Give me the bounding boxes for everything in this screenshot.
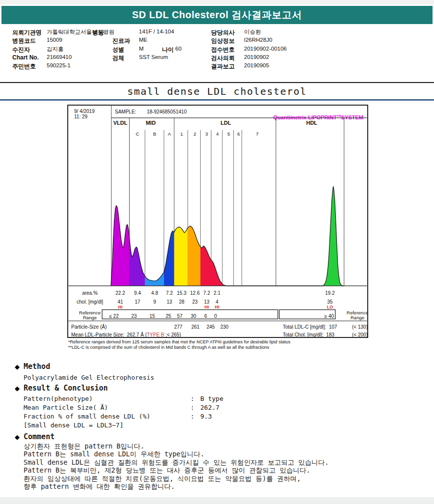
footnote-1: *Reference ranges derived from 125 serum… bbox=[68, 339, 432, 344]
sub-band-label: A bbox=[168, 131, 171, 137]
patient-value: ME bbox=[139, 37, 147, 43]
chol-value: 41 bbox=[117, 299, 123, 305]
patient-label: 임상정보 bbox=[211, 37, 235, 45]
comment-line: Pattern B는 small dense LDL이 우세한 type입니다. bbox=[24, 450, 204, 459]
patient-value: 60 bbox=[175, 46, 182, 52]
particle-size-value: 261 bbox=[191, 324, 200, 330]
patient-value: 이승환 bbox=[244, 28, 261, 36]
sub-band-label: 6 bbox=[237, 131, 240, 137]
diamond-bullet-icon: ◆ bbox=[15, 363, 20, 370]
sub-band-label: 4 bbox=[216, 131, 218, 137]
section-title: small dense LDL cholesterol bbox=[0, 85, 434, 97]
mean-type-flag: TYPE B bbox=[147, 332, 164, 337]
patient-label: 담당의사 bbox=[211, 28, 235, 37]
method-body: Polyacrylamide Gel Electrophoresis bbox=[24, 374, 154, 381]
patient-value: SST Serum bbox=[139, 54, 168, 60]
area-value: 9.4 bbox=[134, 290, 141, 296]
patient-label: 수진자 bbox=[12, 46, 30, 54]
patient-row: 병원코드15009진료과ME임상정보I26RH28J0 bbox=[0, 37, 434, 45]
patient-row: Chart No.21669410검체SST Serum검사의뢰20190902 bbox=[0, 54, 434, 62]
reference-value: 0 bbox=[214, 313, 217, 319]
chol-flag: HI bbox=[118, 305, 123, 309]
patient-label: 검사의뢰 bbox=[211, 54, 235, 62]
particle-size-value: 277 bbox=[174, 324, 183, 330]
sub-band-label: 7 bbox=[256, 131, 258, 137]
area-value: 2.1 bbox=[214, 290, 220, 296]
area-row-label: area.% bbox=[82, 290, 98, 296]
patient-label: Chart No. bbox=[12, 54, 39, 61]
result-row-sep: : bbox=[190, 413, 194, 420]
patient-label: 의뢰기관명 bbox=[12, 28, 42, 37]
sub-band-label: C bbox=[136, 131, 139, 137]
reference-value: 57 bbox=[177, 313, 182, 319]
area-value: 19.2 bbox=[325, 290, 334, 296]
reference-hdl-value: ≥ 40 bbox=[325, 313, 334, 319]
reference-value: 15 bbox=[149, 313, 155, 319]
band-group-label: LDL bbox=[220, 120, 231, 126]
reference-value: 6 bbox=[204, 313, 207, 319]
reference-range-label: Range bbox=[83, 315, 97, 320]
result-row-value: 262.7 bbox=[200, 404, 219, 411]
report-title: SD LDL Cholesterol 검사결과보고서 bbox=[132, 8, 302, 22]
result-note: [Small dense LDL = LDL3~7] bbox=[24, 421, 124, 429]
total-chol-label: Total Chol. [mg/dl]: 183 bbox=[283, 332, 334, 337]
area-value: 15.3 bbox=[177, 290, 186, 296]
lipoprint-chart: 9/ 4/2019 11: 29 SAMPLE: 18-924685051410… bbox=[67, 105, 368, 338]
sub-band-label: 3 bbox=[205, 131, 208, 137]
chol-value: 35 bbox=[327, 299, 332, 305]
result-row-value: 9.3 bbox=[200, 413, 212, 420]
result-row-sep: : bbox=[190, 404, 194, 411]
chol-value: 13 bbox=[166, 299, 172, 305]
result-row-value: B type bbox=[200, 395, 223, 402]
reference-value: 25 bbox=[165, 313, 171, 319]
sub-band-label: 1 bbox=[180, 131, 183, 137]
particle-size-label: Particle-Size (Å) bbox=[71, 324, 107, 330]
sub-band-label: B bbox=[153, 131, 156, 137]
footnote-2: **LDL-C is comprised of the sum of chole… bbox=[68, 345, 432, 350]
chol-value: 4 bbox=[216, 299, 218, 305]
chol-value: 17 bbox=[135, 299, 140, 305]
patient-label: 나이 bbox=[162, 46, 174, 54]
mean-particle-size-row: Mean LDL-Particle Size: 262.7 Å (TYPE B … bbox=[71, 332, 181, 337]
mean-prefix: Mean LDL-Particle Size: 262.7 Å ( bbox=[71, 332, 147, 337]
bottom-strip bbox=[0, 497, 434, 504]
diamond-bullet-icon: ◆ bbox=[15, 385, 20, 392]
chol-flag: HI bbox=[205, 305, 209, 309]
patient-label: 성별 bbox=[112, 46, 124, 54]
patient-value: M bbox=[139, 46, 144, 52]
particle-size-value: 230 bbox=[220, 324, 229, 330]
band-group-label: HDL bbox=[306, 120, 318, 126]
chol-row-label: chol. [mg/dl] bbox=[77, 299, 103, 305]
result-row-label: Fraction % of small dense LDL (%) bbox=[24, 413, 150, 420]
patient-value: I26RH28J0 bbox=[244, 37, 272, 43]
patient-value: 21669410 bbox=[47, 54, 72, 60]
area-value: 7.2 bbox=[166, 290, 173, 296]
sub-band-label: 2 bbox=[193, 131, 196, 137]
sub-band-label: 5 bbox=[227, 131, 230, 137]
chol-flag: LO bbox=[327, 305, 333, 309]
diamond-bullet-icon: ◆ bbox=[15, 433, 20, 441]
patient-value: 141F / 14-104 bbox=[139, 28, 174, 34]
chol-value: 13 bbox=[204, 299, 209, 305]
patient-row: 주민번호590225-1결과보고20190905 bbox=[0, 62, 434, 70]
total-ldl-label: Total LDL-C [mg/dl]: 107 bbox=[283, 324, 337, 330]
band-group-label: MID bbox=[146, 120, 156, 126]
patient-value: 20190902 bbox=[244, 54, 269, 60]
method-heading: Method bbox=[24, 362, 50, 371]
patient-value: 20190902-00106 bbox=[244, 46, 287, 52]
chol-flag: HI bbox=[215, 305, 219, 309]
area-value: 7.2 bbox=[203, 290, 210, 296]
comment-line: 향후 pattern 변화에 대한 확인을 권유합니다. bbox=[24, 482, 175, 491]
top-strip bbox=[0, 0, 434, 4]
chol-value: 28 bbox=[179, 299, 184, 305]
patient-label: 병동 bbox=[92, 28, 104, 37]
patient-value: 20190905 bbox=[244, 62, 269, 68]
area-value: 22.2 bbox=[115, 290, 125, 296]
comment-heading: Comment bbox=[24, 432, 54, 441]
result-row-label: Pattern(phenotype) bbox=[24, 395, 93, 402]
area-value: 4.8 bbox=[151, 290, 158, 296]
reference-value: 30 bbox=[190, 313, 196, 319]
chol-value: 23 bbox=[192, 299, 197, 305]
patient-row: 의뢰기관명가톨릭대학교서울성모병원병동141F / 14-104담당의사이승환 bbox=[0, 28, 434, 36]
band-group-label: VLDL bbox=[113, 120, 128, 126]
